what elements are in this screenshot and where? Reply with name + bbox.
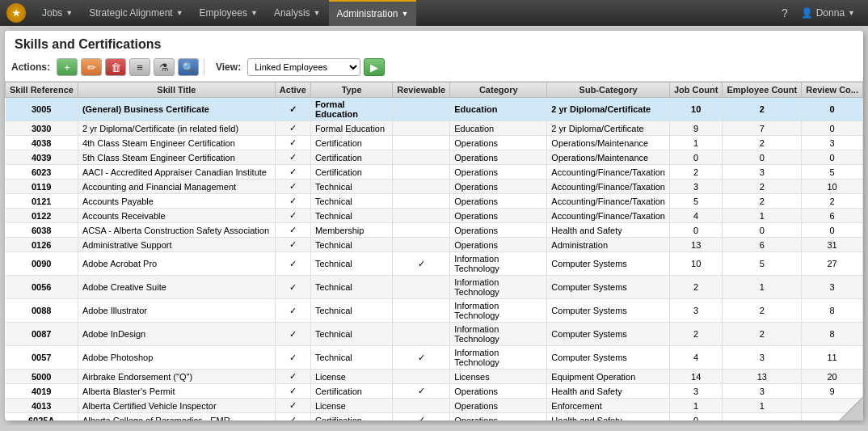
table-cell: 4013 — [6, 399, 78, 413]
view-select[interactable]: Linked Employees — [247, 58, 360, 76]
table-row[interactable]: 6025AAlberta College of Paramedics - EMR… — [6, 413, 863, 421]
user-menu[interactable]: 👤 Donna ▼ — [794, 7, 862, 19]
table-cell: 4th Class Steam Engineer Certification — [78, 136, 275, 150]
table-cell: ✓ — [393, 346, 450, 370]
table-cell: 3 — [723, 165, 802, 180]
nav-analysis-caret: ▼ — [314, 9, 321, 17]
table-row[interactable]: 40395th Class Steam Engineer Certificati… — [6, 150, 863, 165]
table-cell: ✓ — [275, 209, 310, 223]
table-cell: 0056 — [6, 276, 78, 299]
table-row[interactable]: 6023AACI - Accredited Appraiser Canadian… — [6, 165, 863, 180]
table-row[interactable]: 0057Adobe Photoshop✓Technical✓Informatio… — [6, 346, 863, 370]
table-cell: ✓ — [275, 150, 310, 165]
table-cell: Accounts Payable — [78, 194, 275, 209]
table-cell: Operations/Maintenance — [547, 150, 670, 165]
table-cell: License — [310, 370, 392, 384]
table-cell: Formal Education — [310, 98, 392, 121]
table-cell: Alberta Blaster's Permit — [78, 384, 275, 399]
table-cell: 3005 — [6, 98, 78, 121]
table-cell: 1 — [723, 399, 802, 413]
nav-analysis[interactable]: Analysis ▼ — [266, 0, 329, 26]
table-cell: Technical — [310, 299, 392, 323]
table-cell: 2 — [723, 194, 802, 209]
table-cell: Certification — [310, 136, 392, 150]
table-wrapper[interactable]: Skill Reference Skill Title Active Type … — [5, 81, 863, 420]
table-cell: Administration — [547, 238, 670, 252]
table-row[interactable]: 0087Adobe InDesign✓TechnicalInformation … — [6, 323, 863, 346]
table-cell: 0 — [723, 223, 802, 238]
table-cell: Operations — [450, 238, 547, 252]
table-cell: Information Technology — [450, 346, 547, 370]
table-cell — [393, 150, 450, 165]
table-row[interactable]: 5000Airbrake Endorsement ("Q")✓LicenseLi… — [6, 370, 863, 384]
table-cell — [393, 223, 450, 238]
table-row[interactable]: 0122Accounts Receivable✓TechnicalOperati… — [6, 209, 863, 223]
table-row[interactable]: 30302 yr Diploma/Certificate (in related… — [6, 121, 863, 136]
table-cell: 0057 — [6, 346, 78, 370]
table-cell: ACSA - Alberta Construction Safety Assoc… — [78, 223, 275, 238]
table-cell: Information Technology — [450, 252, 547, 276]
actions-label: Actions: — [11, 61, 50, 73]
table-cell: Adobe Photoshop — [78, 346, 275, 370]
table-cell — [393, 165, 450, 180]
table-cell: 5 — [723, 252, 802, 276]
table-cell: Accounting and Financial Management — [78, 180, 275, 194]
nav-strategic-alignment[interactable]: Strategic Alignment ▼ — [81, 0, 191, 26]
filter-button[interactable]: ⚗ — [154, 58, 175, 76]
table-row[interactable]: 0088Adobe Illustrator✓TechnicalInformati… — [6, 299, 863, 323]
table-cell: ✓ — [275, 370, 310, 384]
table-cell: 2 — [723, 299, 802, 323]
table-row[interactable]: 0090Adobe Acrobat Pro✓Technical✓Informat… — [6, 252, 863, 276]
table-cell: ✓ — [275, 121, 310, 136]
app-logo[interactable]: ★ — [6, 3, 26, 23]
delete-button[interactable]: 🗑 — [105, 58, 126, 76]
nav-administration[interactable]: Administration ▼ — [329, 0, 417, 26]
table-cell: 1 — [669, 136, 722, 150]
table-row[interactable]: 0126Administrative Support✓TechnicalOper… — [6, 238, 863, 252]
table-cell: ✓ — [275, 399, 310, 413]
table-cell: ✓ — [275, 194, 310, 209]
table-row[interactable]: 0121Accounts Payable✓TechnicalOperations… — [6, 194, 863, 209]
table-cell: 11 — [802, 346, 863, 370]
table-cell: Accounting/Finance/Taxation — [547, 209, 670, 223]
table-cell: Technical — [310, 180, 392, 194]
table-cell: 3 — [723, 384, 802, 399]
table-cell: 2 — [723, 323, 802, 346]
nav-analysis-label: Analysis — [274, 7, 310, 19]
table-cell: 4039 — [6, 150, 78, 165]
table-row[interactable]: 4013Alberta Certified Vehicle Inspector✓… — [6, 399, 863, 413]
table-row[interactable]: 0056Adobe Creative Suite✓TechnicalInform… — [6, 276, 863, 299]
table-row[interactable]: 4019Alberta Blaster's Permit✓Certificati… — [6, 384, 863, 399]
add-button[interactable]: + — [57, 58, 78, 76]
help-icon[interactable]: ? — [775, 6, 794, 19]
table-cell: 9 — [669, 121, 722, 136]
nav-jobs[interactable]: Jobs ▼ — [34, 0, 81, 26]
table-cell: Computer Systems — [547, 252, 670, 276]
table-cell: 10 — [802, 180, 863, 194]
nav-strategic-caret: ▼ — [176, 9, 183, 17]
view-go-button[interactable]: ▶ — [364, 58, 385, 76]
table-cell: 6023 — [6, 165, 78, 180]
table-cell: 4 — [669, 346, 722, 370]
col-sub-category: Sub-Category — [547, 82, 670, 98]
table-cell: 2 — [723, 136, 802, 150]
table-cell: 2 — [669, 165, 722, 180]
nav-jobs-caret: ▼ — [65, 9, 73, 17]
edit-button[interactable]: ✏ — [81, 58, 102, 76]
table-cell: 0087 — [6, 323, 78, 346]
table-cell: ✓ — [275, 413, 310, 421]
table-cell: Technical — [310, 346, 392, 370]
nav-employees-label: Employees — [200, 7, 247, 19]
table-cell — [393, 299, 450, 323]
lines-button[interactable]: ≡ — [129, 58, 150, 76]
table-row[interactable]: 40384th Class Steam Engineer Certificati… — [6, 136, 863, 150]
table-header-row: Skill Reference Skill Title Active Type … — [6, 82, 863, 98]
table-cell: AACI - Accredited Appraiser Canadian Ins… — [78, 165, 275, 180]
table-cell: 4038 — [6, 136, 78, 150]
table-row[interactable]: 6038ACSA - Alberta Construction Safety A… — [6, 223, 863, 238]
table-cell — [393, 194, 450, 209]
table-row[interactable]: 3005(General) Business Certificate✓Forma… — [6, 98, 863, 121]
table-row[interactable]: 0119Accounting and Financial Management✓… — [6, 180, 863, 194]
search-button[interactable]: 🔍 — [178, 58, 199, 76]
nav-employees[interactable]: Employees ▼ — [192, 0, 266, 26]
